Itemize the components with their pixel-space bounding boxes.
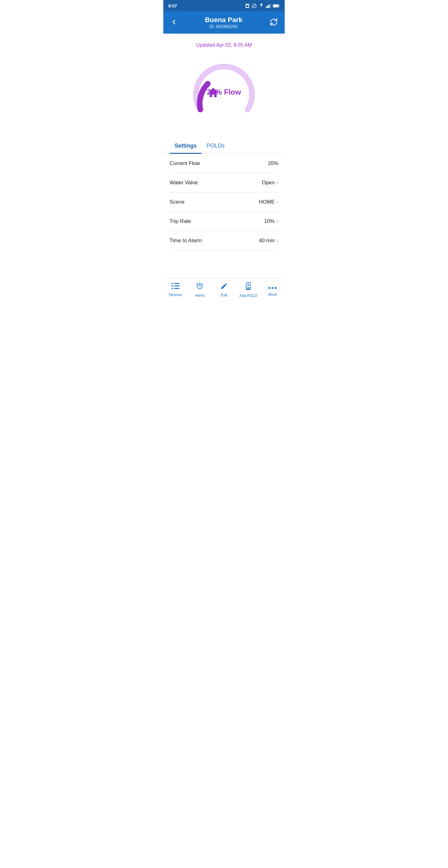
- tabs: Settings POLDs: [163, 138, 285, 154]
- sim-icon: [245, 3, 250, 8]
- nav-edit[interactable]: Edit: [212, 282, 236, 297]
- setting-row-scene[interactable]: Scene HOME ›: [170, 192, 278, 212]
- location-id: ID: 882888281: [179, 24, 269, 29]
- svg-point-21: [275, 287, 277, 289]
- status-icons: [245, 3, 280, 8]
- setting-label-water-valve: Water Valve: [170, 180, 198, 186]
- setting-value-water-valve: Open ›: [262, 179, 278, 186]
- svg-rect-5: [267, 5, 268, 8]
- setting-label-scene: Scene: [170, 199, 184, 205]
- updated-label: Updated Apr 02, 8:05 AM: [163, 34, 285, 51]
- svg-rect-1: [246, 5, 249, 7]
- svg-rect-4: [266, 6, 267, 8]
- wifi-icon: [259, 4, 264, 8]
- nav-alerts[interactable]: Alerts: [187, 282, 212, 298]
- chevron-time-to-alarm: ›: [277, 237, 278, 244]
- list-icon: [171, 283, 179, 291]
- svg-rect-12: [171, 285, 173, 286]
- svg-rect-9: [273, 5, 278, 7]
- setting-value-current-flow: 20%: [268, 160, 278, 166]
- svg-rect-13: [171, 288, 173, 289]
- chevron-water-valve: ›: [277, 179, 278, 186]
- setting-row-trip-rate[interactable]: Trip Rate 10% ›: [170, 212, 278, 231]
- svg-point-19: [269, 287, 270, 289]
- header: Buena Park ID: 882888281: [163, 11, 285, 34]
- svg-rect-16: [174, 288, 179, 289]
- setting-label-time-to-alarm: Time to Alarm: [170, 238, 202, 244]
- nav-add-pold-label: Add POLD: [239, 293, 257, 298]
- add-pold-icon: [245, 282, 252, 292]
- setting-row-current-flow[interactable]: Current Flow 20%: [170, 154, 278, 173]
- nav-edit-label: Edit: [221, 293, 228, 297]
- alarm-icon: [196, 282, 204, 292]
- more-icon: [269, 283, 277, 291]
- nav-alerts-label: Alerts: [195, 293, 205, 298]
- setting-label-trip-rate: Trip Rate: [170, 218, 191, 224]
- chevron-scene: ›: [277, 198, 278, 205]
- gauge-wrap: 20% Flow: [187, 54, 261, 129]
- gauge-container: 20% Flow: [163, 51, 285, 138]
- tab-polds[interactable]: POLDs: [202, 138, 230, 154]
- svg-line-3: [253, 4, 255, 7]
- refresh-button[interactable]: [269, 17, 279, 28]
- setting-row-water-valve[interactable]: Water Valve Open ›: [170, 173, 278, 192]
- gauge-center: 20% Flow: [207, 87, 241, 96]
- setting-label-current-flow: Current Flow: [170, 160, 200, 166]
- nav-devices[interactable]: Devices: [163, 283, 187, 297]
- settings-list: Current Flow 20% Water Valve Open › Scen…: [163, 154, 285, 250]
- edit-icon: [220, 282, 228, 292]
- tab-settings[interactable]: Settings: [170, 138, 202, 154]
- battery-icon: [273, 4, 280, 8]
- setting-row-time-to-alarm[interactable]: Time to Alarm 40 min ›: [170, 231, 278, 250]
- nav-more[interactable]: More: [261, 283, 285, 297]
- setting-value-scene: HOME ›: [259, 198, 278, 205]
- header-title: Buena Park ID: 882888281: [179, 16, 269, 29]
- signal-icon: [266, 4, 271, 8]
- status-time: 8:07: [168, 3, 177, 8]
- chevron-trip-rate: ›: [277, 218, 278, 224]
- main-content: Updated Apr 02, 8:05 AM 20% Flow S: [163, 34, 285, 260]
- svg-rect-15: [174, 285, 179, 286]
- nav-devices-label: Devices: [169, 293, 182, 297]
- blocked-icon: [252, 3, 257, 8]
- svg-rect-10: [279, 5, 279, 7]
- bottom-nav: Devices Alerts Edit: [163, 278, 285, 302]
- svg-rect-7: [270, 4, 271, 8]
- status-bar: 8:07: [163, 0, 285, 11]
- svg-point-20: [272, 287, 273, 289]
- setting-value-time-to-alarm: 40 min ›: [259, 237, 278, 244]
- nav-add-pold[interactable]: Add POLD: [236, 282, 261, 298]
- svg-rect-11: [171, 283, 173, 284]
- setting-value-trip-rate: 10% ›: [264, 218, 278, 224]
- location-name: Buena Park: [179, 16, 269, 24]
- svg-rect-6: [269, 5, 269, 8]
- house-icon: [207, 87, 219, 98]
- back-button[interactable]: [169, 17, 179, 28]
- nav-more-label: More: [268, 292, 277, 297]
- svg-rect-14: [174, 283, 179, 284]
